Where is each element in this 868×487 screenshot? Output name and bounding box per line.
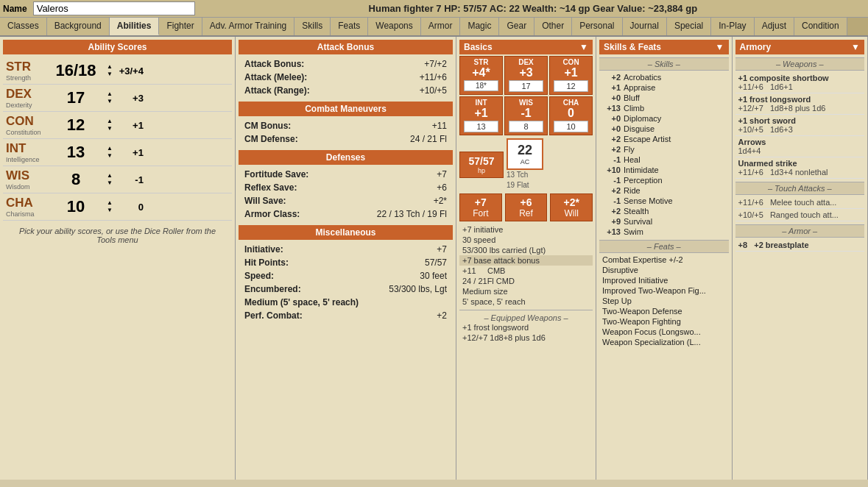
skill-heal: -1Heal (599, 154, 729, 165)
hit-points-val: 57/57 (425, 257, 447, 268)
tab-armor[interactable]: Armor (421, 18, 461, 35)
skill-appraise: +1Appraise (599, 82, 729, 93)
weapon-short-sword: +1 short sword +10/+5 1d6+3 (735, 115, 865, 136)
cha-spinner[interactable]: ▲ ▼ (107, 199, 113, 214)
con-down-arrow[interactable]: ▼ (107, 125, 113, 132)
wis-row: WIS Wisdom 8 ▲ ▼ -1 (3, 166, 232, 193)
tab-abilities[interactable]: Abilities (110, 18, 160, 35)
tab-background[interactable]: Background (47, 18, 110, 35)
str-mod: +3/+4 (114, 65, 144, 77)
attack-bonus-row: Attack Bonus: +7/+2 (239, 57, 453, 71)
will-label: Will (555, 208, 588, 218)
carry-info: 53/300 lbs carried (Lgt) (459, 245, 593, 255)
feat-improved-two-weapon: Improved Two-Weapon Fig... (599, 285, 729, 296)
armor-section-header: – Armor – (735, 224, 865, 238)
skill-fly: +2Fly (599, 144, 729, 154)
cm-defense-val: 24 / 21 Fl (410, 134, 447, 144)
size-info: Medium size (459, 286, 593, 296)
feat-weapon-spec: Weapon Specialization (L... (599, 337, 729, 347)
hp-label: hp (466, 167, 497, 174)
tab-skills[interactable]: Skills (294, 18, 331, 35)
encumbered-label: Encumbered: (244, 284, 301, 294)
basics-header-row: Basics ▼ (459, 40, 593, 54)
dex-up-arrow[interactable]: ▲ (107, 90, 113, 98)
ref-save-box-val: +6 (510, 196, 543, 208)
cha-value: 10 (46, 197, 105, 216)
feat-two-weapon-defense: Two-Weapon Defense (599, 306, 729, 316)
combat-maneuvers-header: Combat Maneuvers (239, 102, 453, 116)
skill-disguise: +0Disguise (599, 124, 729, 134)
speed-label: Speed: (244, 271, 274, 281)
con-spinner[interactable]: ▲ ▼ (107, 118, 113, 132)
pick-text: Pick your ability scores, or use the Dic… (3, 221, 232, 250)
tab-special[interactable]: Special (667, 18, 711, 35)
cha-down-arrow[interactable]: ▼ (107, 207, 113, 214)
cha-up-arrow[interactable]: ▲ (107, 199, 113, 207)
armor-class-val: 22 / 13 Tch / 19 Fl (377, 209, 447, 219)
tab-adv-armor[interactable]: Adv. Armor Training (202, 18, 294, 35)
medium-row: Medium (5' space, 5' reach) (239, 296, 453, 309)
str-down-arrow[interactable]: ▼ (107, 71, 113, 78)
tab-feats[interactable]: Feats (331, 18, 368, 35)
str-up-arrow[interactable]: ▲ (107, 63, 113, 71)
perf-combat-val: +2 (437, 310, 447, 321)
wis-subname: Wisdom (6, 183, 46, 191)
str-value: 16/18 (46, 61, 105, 80)
name-input[interactable] (33, 1, 195, 15)
wis-cell: WIS -1 8 (504, 96, 548, 135)
speed-val: 30 feet (420, 271, 447, 281)
tab-weapons[interactable]: Weapons (368, 18, 420, 35)
wis-up-arrow[interactable]: ▲ (107, 172, 113, 179)
tab-classes[interactable]: Classes (0, 18, 47, 35)
weapon-arrows: Arrows 1d4+4 (735, 136, 865, 157)
reflex-save-val: +6 (437, 182, 447, 193)
fort-save-row: Fortitude Save: +7 (239, 168, 453, 181)
wis-abbr: WIS (6, 168, 46, 183)
tab-journal[interactable]: Journal (623, 18, 667, 35)
ac-value: 22 (514, 143, 536, 158)
tab-personal[interactable]: Personal (572, 18, 622, 35)
skill-intimidate: +10Intimidate (599, 165, 729, 175)
initiative-row: Initiative: +7 (239, 243, 453, 256)
armory-dropdown-arrow[interactable]: ▼ (851, 42, 860, 52)
int-cell: INT +1 13 (459, 96, 503, 135)
bab-info: +7 base attack bonus (459, 255, 593, 266)
cm-defense-row: CM Defense: 24 / 21 Fl (239, 132, 453, 146)
attack-range-val: +10/+5 (420, 85, 447, 96)
feat-disruptive: Disruptive (599, 265, 729, 275)
dex-spinner[interactable]: ▲ ▼ (107, 90, 113, 105)
tab-in-play[interactable]: In-Play (711, 18, 754, 35)
feat-improved-initiative: Improved Initiative (599, 275, 729, 285)
attack-melee-val: +11/+6 (420, 72, 447, 82)
wis-down-arrow[interactable]: ▼ (107, 179, 113, 187)
ability-scores-panel: Ability Scores STR Strength 16/18 ▲ ▼ +3… (0, 37, 236, 480)
armor-class-label: Armor Class: (244, 209, 300, 219)
tab-gear[interactable]: Gear (499, 18, 534, 35)
reflex-save-row: Reflex Save: +6 (239, 181, 453, 194)
encumbered-val: 53/300 lbs, Lgt (389, 284, 447, 294)
con-up-arrow[interactable]: ▲ (107, 118, 113, 125)
tab-adjust[interactable]: Adjust (755, 18, 794, 35)
hp-ac-row: 57/57 hp 22 AC 13 Tch19 Flat (459, 138, 593, 191)
int-spinner[interactable]: ▲ ▼ (107, 145, 113, 160)
int-down-arrow[interactable]: ▼ (107, 152, 113, 160)
wis-spinner[interactable]: ▲ ▼ (107, 172, 113, 187)
int-up-arrow[interactable]: ▲ (107, 145, 113, 152)
dex-down-arrow[interactable]: ▼ (107, 98, 113, 105)
cha-cell: CHA 0 10 (549, 96, 593, 135)
attack-bonus-header: Attack Bonus (239, 40, 453, 54)
armor-breastplate: +8 +2 breastplate (735, 239, 865, 252)
weapon-unarmed: Unarmed strike +11/+6 1d3+4 nonlethal (735, 157, 865, 179)
str-spinner[interactable]: ▲ ▼ (107, 63, 113, 78)
basics-dropdown-arrow[interactable]: ▼ (579, 42, 588, 52)
ref-label: Ref (510, 208, 543, 218)
tab-magic[interactable]: Magic (460, 18, 499, 35)
armor-class-row: Armor Class: 22 / 13 Tch / 19 Fl (239, 207, 453, 221)
tab-fighter[interactable]: Fighter (159, 18, 202, 35)
tab-condition[interactable]: Condition (794, 18, 847, 35)
tab-other[interactable]: Other (534, 18, 572, 35)
skills-feats-dropdown-arrow[interactable]: ▼ (716, 42, 724, 52)
fort-save-label: Fortitude Save: (244, 169, 308, 179)
ac-label: AC (514, 158, 536, 166)
weapons-section-header: – Weapons – (735, 57, 865, 71)
